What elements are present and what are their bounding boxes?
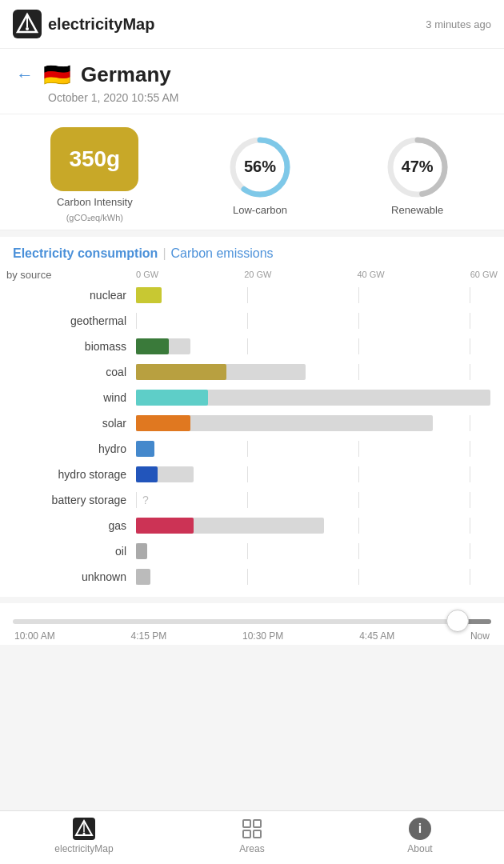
bar-row-oil: oil	[0, 539, 504, 563]
low-carbon-stat: 56% Low-carbon	[224, 135, 296, 216]
about-icon: i	[409, 818, 431, 840]
bar-area-0	[136, 287, 498, 303]
bar-label-1: geothermal	[0, 314, 136, 327]
bar-row-biomass: biomass	[0, 334, 504, 358]
svg-point-3	[26, 27, 29, 30]
chart-section: Electricity consumption | Carbon emissio…	[0, 237, 504, 597]
bar-row-battery-storage: battery storage?	[0, 488, 504, 512]
bar-area-3	[136, 364, 498, 380]
nav-label-areas: Areas	[239, 843, 264, 854]
areas-icon	[241, 818, 263, 840]
svg-rect-12	[243, 820, 250, 827]
bar-row-geothermal: geothermal	[0, 309, 504, 333]
bar-row-solar: solar	[0, 411, 504, 435]
low-carbon-donut: 56%	[224, 135, 296, 199]
time-label-2: 10:30 PM	[242, 630, 283, 642]
last-updated: 3 minutes ago	[426, 18, 491, 30]
svg-rect-14	[243, 830, 250, 838]
stats-row: 350g Carbon Intensity (gCO₂eq/kWh) 56% L…	[0, 114, 504, 230]
bar-label-6: hydro	[0, 442, 136, 455]
bar-area-10	[136, 543, 498, 559]
svg-point-11	[83, 833, 86, 835]
app-logo-icon	[13, 10, 42, 38]
bar-label-11: unknown	[0, 570, 136, 583]
bar-area-9	[136, 518, 498, 534]
bar-row-coal: coal	[0, 360, 504, 384]
bar-label-5: solar	[0, 417, 136, 430]
map-icon	[73, 818, 95, 840]
bar-area-1	[136, 313, 498, 329]
bar-row-hydro: hydro	[0, 437, 504, 461]
country-nav: ← 🇩🇪 Germany	[16, 62, 488, 88]
bar-chart: by source 0 GW 20 GW 40 GW 60 GW nuclear…	[0, 267, 504, 597]
axis-label-3: 60 GW	[470, 270, 498, 279]
carbon-label: Carbon Intensity	[57, 196, 133, 208]
bar-area-4	[136, 390, 498, 406]
chart-title-active[interactable]: Electricity consumption	[13, 246, 158, 261]
bar-area-7	[136, 466, 498, 482]
header-left: electricityMap	[13, 10, 154, 38]
back-button[interactable]: ←	[16, 65, 34, 86]
carbon-badge: 350g	[50, 127, 138, 191]
nav-item-about[interactable]: i About	[388, 818, 452, 854]
nav-item-map[interactable]: electricityMap	[52, 818, 116, 854]
carbon-sublabel: (gCO₂eq/kWh)	[66, 213, 123, 223]
bar-row-hydro-storage: hydro storage	[0, 462, 504, 486]
time-slider[interactable]	[13, 619, 491, 624]
low-carbon-value: 56%	[244, 158, 276, 176]
time-label-3: 4:45 AM	[359, 630, 394, 642]
bar-label-8: battery storage	[0, 494, 136, 506]
app-title: electricityMap	[48, 15, 154, 34]
time-labels: 10:00 AM 4:15 PM 10:30 PM 4:45 AM Now	[13, 630, 491, 642]
chart-title-inactive[interactable]: Carbon emissions	[171, 246, 274, 261]
time-label-0: 10:00 AM	[14, 630, 55, 642]
bar-label-9: gas	[0, 519, 136, 532]
bar-area-6	[136, 441, 498, 457]
nav-item-areas[interactable]: Areas	[220, 818, 284, 854]
renewable-value: 47%	[402, 158, 434, 176]
bar-label-4: wind	[0, 391, 136, 404]
app-header: electricityMap 3 minutes ago	[0, 0, 504, 49]
bar-area-11	[136, 569, 498, 585]
country-section: ← 🇩🇪 Germany October 1, 2020 10:55 AM	[0, 49, 504, 114]
renewable-label: Renewable	[391, 204, 443, 216]
low-carbon-label: Low-carbon	[233, 204, 287, 216]
chart-header: Electricity consumption | Carbon emissio…	[0, 246, 504, 267]
renewable-donut: 47%	[382, 135, 454, 199]
bar-row-unknown: unknown	[0, 565, 504, 589]
bar-row-nuclear: nuclear	[0, 283, 504, 307]
bar-area-5	[136, 415, 498, 431]
bar-label-0: nuclear	[0, 289, 136, 302]
time-label-4: Now	[470, 630, 490, 642]
bottom-nav: electricityMap Areas i About	[0, 810, 504, 864]
country-date: October 1, 2020 10:55 AM	[48, 91, 488, 104]
time-label-1: 4:15 PM	[130, 630, 166, 642]
country-name: Germany	[81, 62, 171, 87]
bar-area-2	[136, 338, 498, 354]
bar-area-8: ?	[136, 492, 498, 508]
axis-label-0: 0 GW	[136, 270, 158, 279]
bar-label-2: biomass	[0, 340, 136, 353]
slider-section: 10:00 AM 4:15 PM 10:30 PM 4:45 AM Now	[0, 603, 504, 645]
svg-rect-13	[254, 820, 261, 827]
bar-rows: nucleargeothermalbiomasscoalwindsolarhyd…	[0, 283, 504, 589]
country-flag: 🇩🇪	[43, 62, 71, 88]
carbon-value: 350g	[69, 146, 120, 172]
renewable-stat: 47% Renewable	[382, 135, 454, 216]
chart-subtitle: by source	[0, 269, 51, 281]
axis-label-2: 40 GW	[357, 270, 384, 279]
nav-label-about: About	[407, 843, 432, 854]
bar-label-3: coal	[0, 366, 136, 378]
nav-label-map: electricityMap	[54, 843, 113, 854]
bar-row-gas: gas	[0, 514, 504, 538]
bar-label-10: oil	[0, 545, 136, 558]
chart-divider: |	[162, 246, 166, 261]
carbon-intensity-stat: 350g Carbon Intensity (gCO₂eq/kWh)	[50, 127, 138, 223]
svg-rect-15	[254, 830, 261, 838]
bar-question-8: ?	[139, 494, 149, 506]
bar-row-wind: wind	[0, 386, 504, 410]
axis-label-1: 20 GW	[244, 270, 271, 279]
bar-label-7: hydro storage	[0, 468, 136, 481]
